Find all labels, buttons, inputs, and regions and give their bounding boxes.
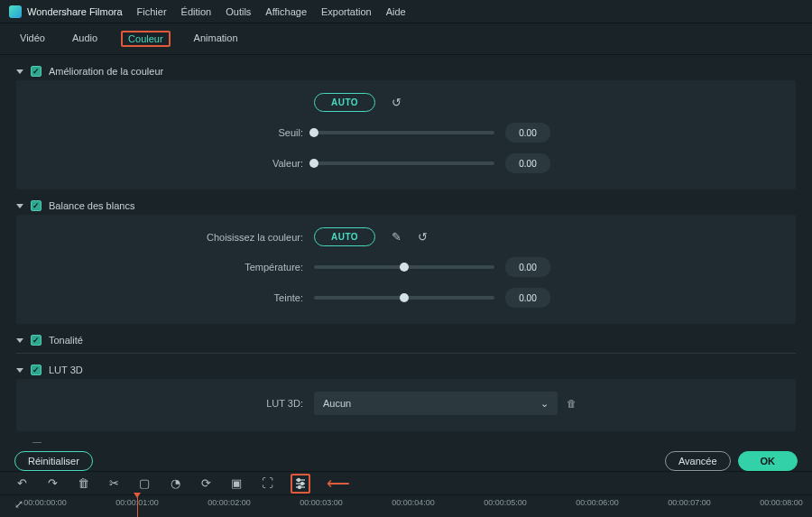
checkbox-enhance[interactable]: ✓ xyxy=(31,66,42,77)
tint-slider[interactable] xyxy=(314,296,494,300)
zoom-fit-icon[interactable]: ⤢ xyxy=(14,498,23,511)
svg-point-1 xyxy=(298,478,300,481)
valeur-value[interactable]: 0.00 xyxy=(505,153,550,173)
split-icon[interactable]: ✂ xyxy=(106,476,121,491)
tab-color[interactable]: Couleur xyxy=(121,31,171,47)
lut-value: Aucun xyxy=(323,398,351,409)
section-body-enhance: AUTO ↺ Seuil: 0.00 Valeur: 0.00 xyxy=(16,80,796,189)
time-ruler[interactable]: 00:00:00:00 00:00:01:00 00:00:02:00 00:0… xyxy=(45,495,812,510)
section-head-tone[interactable]: ✓ Tonalité xyxy=(16,331,796,349)
auto-button-white[interactable]: AUTO xyxy=(314,227,375,246)
seuil-label: Seuil: xyxy=(34,127,314,138)
tick-label: 00:00:04:00 xyxy=(392,498,435,507)
section-title: Correspondance des couleurs xyxy=(50,442,182,443)
tick-label: 00:00:06:00 xyxy=(576,498,619,507)
section-color-enhance: ✓ Amélioration de la couleur AUTO ↺ Seui… xyxy=(16,62,796,189)
section-title: Amélioration de la couleur xyxy=(49,66,163,77)
advanced-button[interactable]: Avancée xyxy=(665,451,731,471)
section-body-white: Choisissez la couleur: AUTO ✎ ↺ Températ… xyxy=(16,215,796,324)
section-color-match: Correspondance des couleurs xyxy=(16,439,796,443)
svg-point-3 xyxy=(301,482,304,485)
reset-button[interactable]: Réinitialiser xyxy=(14,451,93,471)
brand: Wondershare Filmora xyxy=(9,5,123,18)
color-adjust-icon[interactable] xyxy=(291,474,310,494)
checkbox-lut[interactable]: ✓ xyxy=(31,365,42,375)
svg-point-5 xyxy=(299,485,301,488)
crop-icon[interactable]: ▢ xyxy=(137,476,152,491)
tick-label: 00:00:03:00 xyxy=(300,498,343,507)
section-head-corr[interactable]: Correspondance des couleurs xyxy=(16,439,796,443)
section-title: LUT 3D xyxy=(49,365,83,375)
auto-button-enhance[interactable]: AUTO xyxy=(314,93,375,112)
delete-icon[interactable]: 🗑 xyxy=(76,476,90,491)
menubar: Wondershare Filmora Fichier Édition Outi… xyxy=(0,0,812,23)
tick-label: 00:00:00:00 xyxy=(23,498,67,507)
lut-dropdown[interactable]: Aucun ⌄ xyxy=(314,392,558,415)
tick-label: 00:00:07:00 xyxy=(668,498,711,507)
reset-icon[interactable]: ↺ xyxy=(418,230,428,244)
timeline-toolbar: ↶ ↷ 🗑 ✂ ▢ ◔ ⟳ ▣ ⛶ ⟵ xyxy=(0,471,812,494)
temp-value[interactable]: 0.00 xyxy=(505,257,550,277)
brand-logo-icon xyxy=(9,5,22,18)
tick-label: 00:00:05:00 xyxy=(484,498,527,507)
menu-edit[interactable]: Édition xyxy=(181,6,212,17)
property-tabs: Vidéo Audio Couleur Animation xyxy=(0,23,812,55)
section-tone: ✓ Tonalité xyxy=(16,331,796,354)
tab-video[interactable]: Vidéo xyxy=(16,31,49,47)
lut-label: LUT 3D: xyxy=(34,398,314,409)
section-white-balance: ✓ Balance des blancs Choisissez la coule… xyxy=(16,197,796,324)
checkbox-corr[interactable] xyxy=(32,442,42,443)
eyedropper-icon[interactable]: ✎ xyxy=(392,230,401,244)
marker-icon[interactable]: ▣ xyxy=(229,476,244,491)
section-title: Tonalité xyxy=(49,335,83,346)
caret-down-icon xyxy=(16,368,23,373)
seuil-slider[interactable] xyxy=(314,131,494,134)
seuil-value[interactable]: 0.00 xyxy=(505,123,550,143)
fit-icon[interactable]: ⛶ xyxy=(260,476,274,491)
choose-label: Choisissez la couleur: xyxy=(34,232,314,243)
chevron-down-icon: ⌄ xyxy=(540,398,549,410)
section-head-lut[interactable]: ✓ LUT 3D xyxy=(16,361,796,379)
menu-file[interactable]: Fichier xyxy=(137,6,167,17)
arrow-indicator-icon: ⟵ xyxy=(327,474,350,494)
tint-value[interactable]: 0.00 xyxy=(505,288,550,308)
timeline[interactable]: ⤢ 00:00:00:00 00:00:01:00 00:00:02:00 00… xyxy=(0,494,812,517)
section-body-lut: LUT 3D: Aucun ⌄ 🗑 xyxy=(16,379,796,431)
tick-label: 00:00:02:00 xyxy=(208,498,251,507)
redo-icon[interactable]: ↷ xyxy=(45,476,60,491)
caret-down-icon xyxy=(16,69,23,74)
rotate-icon[interactable]: ⟳ xyxy=(198,476,213,491)
caret-down-icon xyxy=(16,204,23,208)
valeur-slider[interactable] xyxy=(314,162,494,165)
section-title: Balance des blancs xyxy=(49,200,134,211)
valeur-label: Valeur: xyxy=(34,158,314,169)
ok-button[interactable]: OK xyxy=(738,451,798,471)
playhead[interactable] xyxy=(137,495,138,517)
tab-animation[interactable]: Animation xyxy=(190,31,242,47)
caret-down-icon xyxy=(16,338,23,343)
checkbox-white[interactable]: ✓ xyxy=(31,200,42,211)
reset-icon[interactable]: ↺ xyxy=(392,96,401,109)
menu-view[interactable]: Affichage xyxy=(265,6,307,17)
section-head-white[interactable]: ✓ Balance des blancs xyxy=(16,197,796,215)
brand-name: Wondershare Filmora xyxy=(27,6,123,17)
tick-label: 00:00:08:00 xyxy=(760,498,803,507)
menu-tools[interactable]: Outils xyxy=(226,6,251,17)
section-lut3d: ✓ LUT 3D LUT 3D: Aucun ⌄ 🗑 xyxy=(16,361,796,431)
undo-icon[interactable]: ↶ xyxy=(14,476,29,491)
checkbox-tone[interactable]: ✓ xyxy=(31,335,42,346)
speed-icon[interactable]: ◔ xyxy=(168,476,182,491)
panel-area: ✓ Amélioration de la couleur AUTO ↺ Seui… xyxy=(0,55,812,443)
tab-audio[interactable]: Audio xyxy=(69,31,101,47)
temp-slider[interactable] xyxy=(314,265,494,269)
trash-icon[interactable]: 🗑 xyxy=(567,398,577,409)
menu-help[interactable]: Aide xyxy=(386,6,406,17)
tint-label: Teinte: xyxy=(34,292,314,303)
temp-label: Température: xyxy=(34,262,314,272)
section-head-enhance[interactable]: ✓ Amélioration de la couleur xyxy=(16,62,796,80)
menu-export[interactable]: Exportation xyxy=(321,6,372,17)
